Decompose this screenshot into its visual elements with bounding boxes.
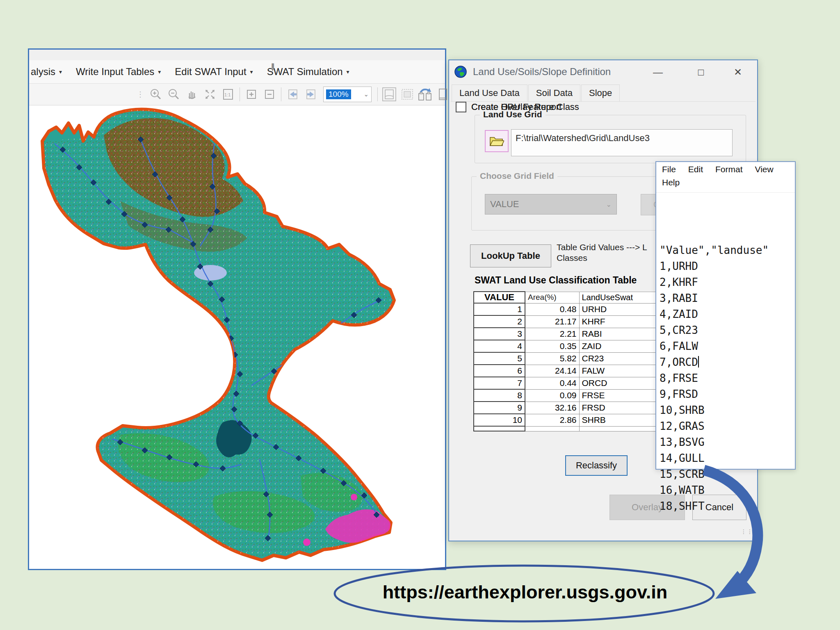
notepad-line: 7,ORCD	[660, 354, 795, 370]
toolbar-separator	[377, 87, 378, 101]
tab[interactable]: Land Use Data	[452, 84, 527, 102]
notepad-line: 18,SHFT	[660, 498, 795, 514]
toolbar-separator	[281, 87, 281, 101]
notepad-menu-item[interactable]: Help	[662, 178, 680, 187]
notepad-line: 9,FRSD	[660, 386, 795, 402]
zoom-in-icon[interactable]	[147, 86, 165, 103]
table-row[interactable]: 7 0.44 ORCD	[474, 377, 661, 389]
notepad-line: "Value","landuse"	[660, 242, 795, 258]
reclassify-button[interactable]: Reclassify	[565, 455, 628, 476]
full-extent-icon[interactable]	[201, 86, 219, 103]
fixed-zoom-in-icon[interactable]	[242, 86, 260, 103]
resize-grip[interactable]: ⋮⋮	[741, 528, 753, 535]
map-scale-combo[interactable]: 100% ⌄	[323, 87, 372, 102]
land-use-grid-path-field[interactable]: F:\trial\Watershed\Grid\LandUse3	[511, 129, 733, 156]
toolbar-separator	[240, 87, 240, 101]
col-header-landuseswat: LandUseSwat	[579, 292, 661, 303]
zoom-out-icon[interactable]	[165, 86, 183, 103]
table-row[interactable]: 2 21.17 KHRF	[474, 315, 661, 328]
table-row[interactable]: 5 5.82 CR23	[474, 352, 661, 365]
map-view[interactable]	[29, 106, 445, 569]
col-header-value: VALUE	[474, 292, 525, 303]
notepad-line: 15,SCRB	[660, 466, 795, 482]
lookup-table-button[interactable]: LookUp Table	[470, 244, 551, 267]
notepad-line: 2,KHRF	[660, 274, 795, 290]
notepad-menu-item[interactable]: Format	[715, 164, 743, 174]
grid-field-value: VALUE	[490, 199, 519, 210]
notepad-line: 6,FALW	[660, 338, 795, 354]
checkbox-row[interactable]: Create Overlay Report	[456, 102, 562, 112]
table-row[interactable]: 6 24.14 FALW	[474, 365, 661, 377]
copy-paste-icon[interactable]	[416, 86, 434, 103]
notepad-line: 16,WATB	[660, 482, 795, 498]
toolbar-grip[interactable]: ⋮	[137, 90, 143, 99]
land-use-grid-group: Land Use Grid F:\trial\Watershed\Grid\La…	[475, 115, 746, 163]
next-extent-icon[interactable]	[302, 86, 320, 103]
dialog-titlebar[interactable]: Land Use/Soils/Slope Definition — □ ✕	[449, 60, 757, 83]
menu-item[interactable]: Write Input Tables ▾	[76, 66, 161, 78]
chevron-down-icon: ⌄	[606, 201, 612, 208]
notepad-line: 10,SHRB	[660, 402, 795, 418]
table-row[interactable]: 8 0.09 FRSE	[474, 389, 661, 402]
notepad-line: 8,FRSE	[660, 370, 795, 386]
zoom-1-1-icon[interactable]: 1:1	[219, 86, 237, 103]
chevron-down-icon: ▾	[347, 68, 349, 75]
dialog-tabs: Land Use Data Soil Data Slope	[449, 83, 757, 101]
landuse-speckle-overlay	[42, 110, 394, 556]
menu-item[interactable]: SWAT Simulation ▾	[267, 66, 349, 78]
chevron-down-icon: ▾	[59, 68, 62, 75]
gis-app-window: alysis ▾ Write Input Tables ▾ Edit SWAT …	[28, 48, 446, 570]
chevron-down-icon: ▾	[250, 68, 253, 75]
magenta-patch-small	[351, 494, 357, 500]
notepad-menu-item[interactable]: View	[755, 164, 774, 174]
browse-folder-button[interactable]	[485, 130, 509, 152]
svg-text:1:1: 1:1	[224, 92, 231, 97]
app-toolbar: ⋮ 1:1 100% ⌄	[29, 84, 445, 105]
grid-field-dropdown[interactable]: VALUE ⌄	[485, 194, 617, 215]
swat-landuse-classification-table: VALUE Area(%) LandUseSwat 1 0.48 URHD 2	[473, 291, 661, 431]
globe-icon	[454, 65, 467, 78]
open-folder-icon	[489, 135, 504, 147]
notepad-line: 5,CR23	[660, 322, 795, 338]
notepad-line: 4,ZAID	[660, 306, 795, 322]
table-row[interactable]: 3 2.21 RABI	[474, 328, 661, 340]
map-scale-value: 100%	[326, 89, 351, 99]
menu-item[interactable]: Edit SWAT Input ▾	[175, 66, 253, 78]
tab[interactable]: Slope	[581, 84, 620, 102]
notepad-line: 3,RABI	[660, 290, 795, 306]
menu-item-label: Edit SWAT Input	[175, 66, 246, 78]
arrow-head-icon	[715, 571, 756, 599]
table-row[interactable]: 10 2.86 SHRB	[474, 414, 661, 426]
notepad-menu-item[interactable]: Edit	[688, 164, 703, 174]
notepad-line: 12,GRAS	[660, 418, 795, 434]
minimize-button[interactable]: —	[646, 64, 670, 80]
fixed-zoom-out-icon[interactable]	[260, 86, 278, 103]
menu-item[interactable]: alysis ▾	[31, 66, 62, 78]
watershed-landuse-map	[38, 107, 424, 569]
menu-item-label: Write Input Tables	[76, 66, 154, 78]
pan-hand-icon[interactable]	[183, 86, 201, 103]
notepad-menu-item[interactable]: File	[662, 164, 676, 174]
maximize-button[interactable]: □	[689, 64, 713, 80]
close-button[interactable]: ✕	[726, 64, 750, 80]
table-row[interactable]: 4 0.35 ZAID	[474, 340, 661, 352]
col-header-area: Area(%)	[525, 292, 579, 303]
app-titlebar	[29, 50, 445, 60]
group-label: Choose Grid Field	[477, 171, 557, 181]
table-row[interactable]: 9 32.16 FRSD	[474, 402, 661, 414]
table-header-row: VALUE Area(%) LandUseSwat	[474, 292, 661, 303]
table-row[interactable]: 1 0.48 URHD	[474, 303, 661, 315]
data-view-icon[interactable]	[398, 86, 416, 103]
notepad-menubar: FileEditFormatView Help	[656, 162, 795, 193]
previous-extent-icon[interactable]	[284, 86, 302, 103]
magenta-patch-small	[303, 539, 310, 546]
checkbox[interactable]	[456, 102, 466, 112]
menu-item-label: alysis	[31, 66, 55, 78]
toolbar-overflow-icon[interactable]: ▮▾	[271, 63, 274, 71]
notepad-text-area[interactable]: "Value","landuse"1,URHD2,KHRF3,RABI4,ZAI…	[656, 193, 795, 514]
notepad-line: 13,BSVG	[660, 434, 795, 450]
checkbox-label: Create Overlay Report	[471, 102, 562, 112]
tab[interactable]: Soil Data	[528, 84, 580, 102]
notepad-window: FileEditFormatView Help "Value","landuse…	[655, 161, 796, 470]
layout-view-icon[interactable]	[380, 86, 398, 103]
